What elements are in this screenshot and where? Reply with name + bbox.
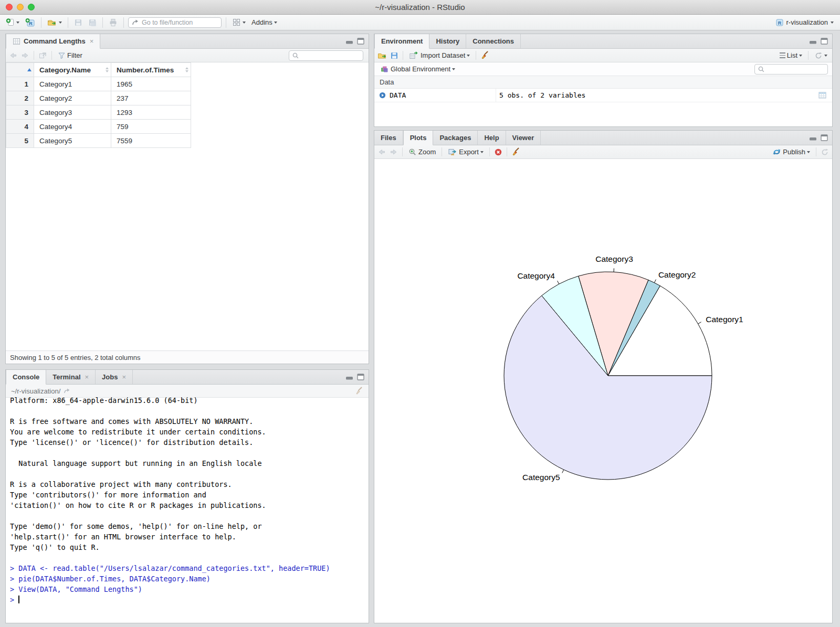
tab-label: Viewer [512,134,534,142]
minimize-pane-icon[interactable] [809,134,817,141]
zoom-label: Zoom [418,148,436,156]
column-header-number-of-times[interactable]: Number.of.Times [111,63,191,77]
tab-close-icon[interactable]: × [85,373,89,381]
tab-command-lengths[interactable]: Command Lengths × [6,34,100,49]
open-file-button[interactable] [46,17,64,28]
clear-all-plots-broom-icon[interactable] [511,147,520,156]
refresh-icon [814,51,823,60]
row-number-cell: 1 [6,77,34,91]
tab-jobs[interactable]: Jobs× [96,370,133,384]
tab-close-icon[interactable]: × [122,373,126,381]
tab-files[interactable]: Files [374,131,403,145]
tab-viewer[interactable]: Viewer [506,131,541,145]
main-toolbar: R Addins R r-visualization [0,15,840,30]
category-name-cell: Category1 [34,77,111,91]
new-project-button[interactable]: R [24,17,37,28]
table-row[interactable]: 4Category4759 [6,120,191,134]
new-file-icon [6,18,15,27]
import-dataset-button[interactable]: Import Dataset [407,50,471,61]
remove-plot-icon[interactable] [494,148,502,156]
tab-terminal[interactable]: Terminal× [46,370,96,384]
search-icon [292,52,299,59]
environment-scope-caret-icon [452,68,455,70]
maximize-pane-icon[interactable] [821,134,828,141]
minimize-pane-icon[interactable] [345,38,353,45]
console-output-line [10,469,369,479]
refresh-plot-icon[interactable] [821,148,829,156]
tab-help[interactable]: Help [478,131,506,145]
project-name-label: r-visualization [786,18,828,26]
console-output-line [10,406,369,416]
goto-file-input[interactable] [142,19,218,26]
category-name-cell: Category3 [34,105,111,120]
row-number-cell: 3 [6,105,34,120]
console-output[interactable]: Platform: x86_64-apple-darwin15.6.0 (64-… [6,394,369,623]
tab-environment[interactable]: Environment [374,34,429,49]
viewer-tab-close-icon[interactable]: × [90,37,94,45]
filter-button[interactable]: Filter [56,50,84,60]
svg-text:R: R [778,20,781,25]
row-number-cell: 5 [6,134,34,148]
table-row[interactable]: 3Category31293 [6,105,191,120]
tab-plots[interactable]: Plots [403,131,434,145]
publish-button[interactable]: Publish [771,147,812,157]
nav-forward-icon[interactable] [20,51,29,59]
viewer-tab-label: Command Lengths [24,37,86,45]
export-caret-icon [480,151,484,153]
new-file-button[interactable] [4,17,21,28]
zoom-plot-button[interactable]: Zoom [407,147,437,157]
tab-console[interactable]: Console [6,370,46,385]
refresh-environment-button[interactable] [813,50,829,61]
rownum-column-header[interactable] [6,63,34,77]
view-data-grid-icon[interactable] [818,91,827,99]
environment-search-input[interactable] [767,66,825,73]
save-button[interactable] [72,17,84,28]
expand-object-icon[interactable] [379,91,386,99]
console-prompt-line[interactable]: > [10,594,369,605]
environment-view-mode-button[interactable]: List [778,50,804,60]
viewer-search-box [289,50,363,61]
list-icon [780,52,785,58]
open-in-window-icon[interactable] [38,51,47,59]
environment-search-box [754,64,828,75]
nav-back-icon[interactable] [9,51,18,59]
open-file-caret-icon [59,22,62,24]
table-row[interactable]: 2Category2237 [6,91,191,105]
column-header-category-name[interactable]: Category.Name [34,63,111,77]
pie-chart: Category1Category2Category3Category4Cate… [374,159,832,624]
maximize-pane-icon[interactable] [357,374,364,380]
open-directory-arrow-icon[interactable] [64,388,71,394]
pane-layout-caret-icon [243,22,246,24]
minimize-pane-icon[interactable] [809,38,817,45]
pie-label-category3: Category3 [595,254,633,263]
project-selector[interactable]: R r-visualization [775,18,836,27]
pie-label-tick [562,470,564,473]
tab-connections[interactable]: Connections [466,34,521,48]
table-row[interactable]: 5Category57559 [6,134,191,148]
pane-layout-button[interactable] [230,17,247,28]
console-output-line: Type 'demo()' for some demos, 'help()' f… [10,521,369,532]
load-workspace-folder-icon[interactable] [377,51,387,60]
save-icon [74,18,82,27]
environment-object-row[interactable]: DATA5 obs. of 2 variables [374,89,832,102]
environment-scope-label: Global Environment [391,65,450,73]
clear-environment-broom-icon[interactable] [480,51,489,60]
environment-section-label: Data [380,78,394,86]
viewer-search-input[interactable] [301,52,360,59]
tab-packages[interactable]: Packages [433,131,478,145]
export-plot-button[interactable]: Export [446,147,485,157]
print-button[interactable] [107,17,119,28]
environment-scope-selector[interactable]: Global Environment [379,64,457,75]
maximize-pane-icon[interactable] [357,38,364,45]
addins-caret-icon [274,22,277,24]
minimize-pane-icon[interactable] [345,374,353,380]
next-plot-icon[interactable] [389,148,398,156]
save-workspace-icon[interactable] [390,51,398,60]
previous-plot-icon[interactable] [377,148,386,156]
maximize-pane-icon[interactable] [821,38,828,45]
tab-history[interactable]: History [429,34,466,48]
table-row[interactable]: 1Category11965 [6,77,191,91]
tab-label: Help [484,134,499,142]
addins-button[interactable]: Addins [250,17,279,27]
save-all-button[interactable] [87,17,98,28]
